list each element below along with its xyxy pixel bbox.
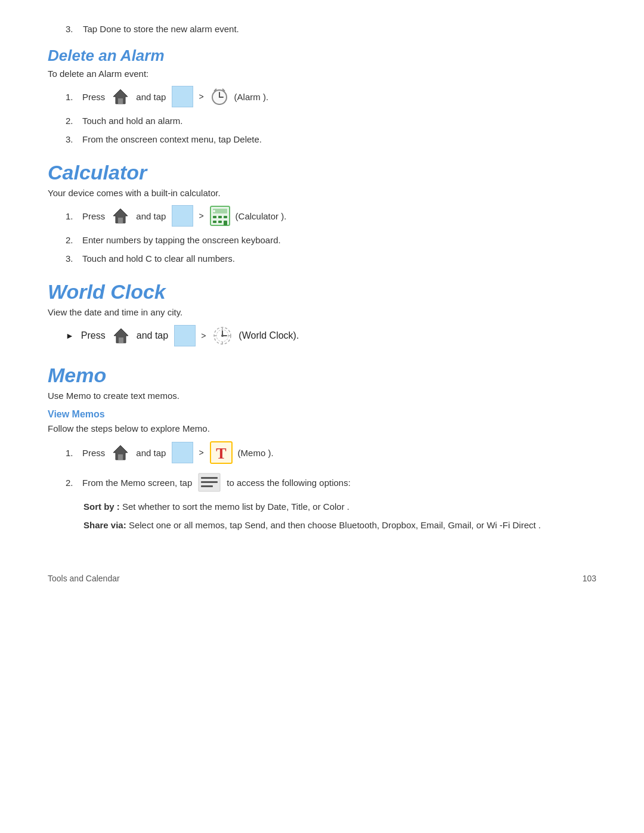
svg-rect-20 (119, 337, 123, 343)
home-icon (111, 87, 130, 106)
step-num-2: 2. (66, 116, 82, 126)
worldclock-press: Press (81, 330, 106, 341)
calc-and-tap-label: and tap (136, 211, 166, 221)
view-memos-subheading: View Memos (48, 409, 596, 420)
calc-step3: 3. Touch and hold C to clear all numbers… (66, 253, 596, 264)
grid-icon-wc (174, 325, 196, 346)
step-num-1: 1. (66, 92, 82, 102)
memo-step2: 2. From the Memo screen, tap to access t… (66, 473, 596, 492)
alarm-icon (209, 86, 230, 107)
svg-rect-16 (224, 221, 227, 225)
worldclock-icon (211, 324, 234, 347)
memo-step2-text: From the Memo screen, tap to access the … (82, 473, 351, 492)
delete-alarm-step1: 1. Press and tap > (66, 86, 596, 107)
svg-rect-14 (213, 221, 216, 223)
page-footer: Tools and Calendar 103 (48, 568, 596, 583)
calculator-icon (209, 205, 231, 227)
delete-alarm-step3: 3. From the onscreen context menu, tap D… (66, 134, 596, 144)
memo-step1: 1. Press and tap > T (M (66, 441, 596, 465)
delete-alarm-desc: To delete an Alarm event: (48, 69, 596, 79)
memo-step1-text: Press and tap > T (Memo ). (82, 441, 274, 465)
memo-options-block: Sort by : Set whether to sort the memo l… (83, 500, 596, 532)
worldclock-step: ► Press and tap > (66, 324, 596, 347)
svg-rect-1 (118, 98, 123, 104)
grid-icon-memo (172, 442, 193, 463)
calc-step3-text: Touch and hold C to clear all numbers. (82, 253, 235, 264)
home-icon-memo (111, 443, 130, 462)
step1-text: Press and tap > (82, 86, 268, 107)
memo-desc: Use Memo to create text memos. (48, 391, 596, 401)
delete-alarm-heading: Delete an Alarm (48, 47, 596, 65)
calc-step-num-3: 3. (66, 253, 82, 264)
calc-step2-text: Enter numbers by tapping the onscreen ke… (82, 235, 281, 245)
sort-by-option: Sort by : Set whether to sort the memo l… (83, 500, 596, 514)
and-tap-label-1: and tap (136, 92, 166, 102)
calc-label: (Calculator ). (236, 211, 287, 221)
step3-text: From the onscreen context menu, tap Dele… (82, 134, 262, 144)
alarm-label: (Alarm ). (234, 92, 269, 102)
step3-intro-text: Tap Done to store the new alarm event. (83, 24, 239, 34)
footer-left: Tools and Calendar (48, 574, 120, 583)
worldclock-and-tap: and tap (137, 330, 168, 341)
calc-arrow: > (199, 211, 203, 221)
svg-rect-12 (218, 216, 222, 218)
svg-rect-8 (118, 218, 123, 223)
calc-step-num-1: 1. (66, 211, 82, 221)
svg-rect-11 (213, 216, 216, 218)
calculator-desc: Your device comes with a built-in calcul… (48, 188, 596, 198)
footer-right: 103 (583, 574, 596, 583)
calc-press-label: Press (82, 211, 105, 221)
step2-text: Touch and hold an alarm. (82, 116, 182, 126)
grid-icon-1 (172, 86, 193, 107)
view-memos-subdesc: Follow the steps below to explore Memo. (48, 423, 596, 433)
memo-step-num-2: 2. (66, 478, 82, 488)
share-via-option: Share via: Select one or all memos, tap … (83, 519, 596, 532)
memo-arrow: > (199, 448, 203, 457)
memo-heading: Memo (48, 364, 596, 387)
calc-step1: 1. Press and tap > (66, 205, 596, 227)
svg-rect-35 (201, 477, 218, 479)
wc-arrow: > (201, 331, 206, 340)
press-label: Press (82, 92, 105, 102)
memo-and-tap-label: and tap (136, 448, 166, 458)
step-num-3: 3. (66, 134, 82, 144)
calculator-heading: Calculator (48, 161, 596, 184)
worldclock-heading: World Clock (48, 280, 596, 304)
menu-icon (198, 473, 221, 492)
memo-icon: T (209, 441, 233, 465)
svg-rect-37 (201, 485, 213, 487)
delete-alarm-step2: 2. Touch and hold an alarm. (66, 116, 596, 126)
calc-step-num-2: 2. (66, 235, 82, 245)
home-icon-calc (111, 206, 130, 225)
worldclock-label: (World Clock). (239, 330, 299, 341)
svg-point-25 (221, 335, 224, 337)
home-icon-wc (112, 326, 131, 345)
memo-step2-after: to access the following options: (227, 478, 351, 488)
svg-text:T: T (216, 445, 226, 462)
worldclock-desc: View the date and time in any city. (48, 307, 596, 317)
arrow-1: > (199, 92, 203, 101)
memo-step-num-1: 1. (66, 448, 82, 458)
step3-intro-num: 3. (66, 24, 73, 34)
calc-step2: 2. Enter numbers by tapping the onscreen… (66, 235, 596, 245)
svg-rect-15 (218, 221, 222, 223)
worldclock-bullet: ► (66, 331, 74, 340)
svg-rect-36 (201, 481, 218, 483)
memo-label: (Memo ). (238, 448, 274, 458)
svg-rect-13 (224, 216, 227, 218)
grid-icon-calc (172, 205, 193, 227)
memo-press-label: Press (82, 448, 105, 458)
memo-step2-before: From the Memo screen, tap (82, 478, 192, 488)
calc-step1-text: Press and tap > (82, 205, 286, 227)
svg-rect-31 (118, 454, 123, 460)
